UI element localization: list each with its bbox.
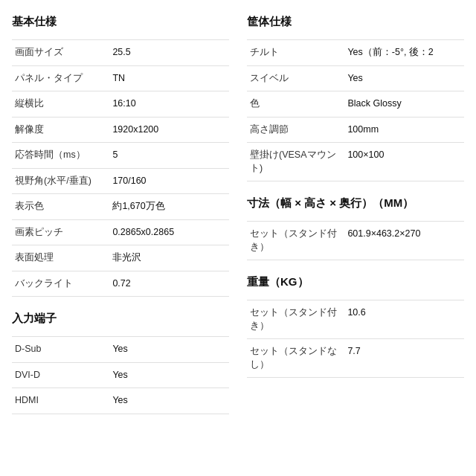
spec-label: 解像度 [12, 117, 109, 143]
spec-value: 0.2865x0.2865 [109, 219, 229, 245]
spec-section: 重量（KG）セット（スタンド付き）10.6セット（スタンドなし）7.7 [247, 275, 464, 378]
spec-value: 非光沢 [109, 245, 229, 271]
spec-label: パネル・タイプ [12, 65, 109, 91]
table-row: セット（スタンド付き）10.6 [247, 300, 464, 339]
spec-label: 壁掛け(VESAマウント) [247, 143, 344, 181]
spec-section: 入力端子D-SubYesDVI-DYesHDMIYes [12, 312, 229, 414]
spec-label: 高さ調節 [247, 117, 344, 143]
spec-label: スイベル [247, 65, 344, 91]
table-row: 画面サイズ25.5 [12, 40, 229, 66]
spec-value: TN [109, 65, 229, 91]
table-row: 縦横比16:10 [12, 91, 229, 118]
spec-label: 画素ピッチ [12, 219, 109, 245]
spec-value: 7.7 [344, 339, 464, 378]
spec-value: 約1,670万色 [109, 194, 229, 220]
table-row: 表示色約1,670万色 [12, 194, 229, 220]
right-column: 筐体仕様チルトYes（前：-5°, 後：2スイベルYes色Black Gloss… [238, 15, 464, 429]
spec-value: 0.72 [109, 271, 229, 297]
table-row: 色Black Glossy [247, 91, 464, 118]
spec-label: 表面処理 [12, 245, 109, 271]
section-title: 入力端子 [12, 312, 229, 329]
spec-value: 25.5 [109, 40, 229, 66]
spec-section: 基本仕様画面サイズ25.5パネル・タイプTN縦横比16:10解像度1920x12… [12, 15, 229, 297]
spec-label: 縦横比 [12, 91, 109, 118]
table-row: チルトYes（前：-5°, 後：2 [247, 40, 464, 66]
table-row: 応答時間（ms）5 [12, 143, 229, 169]
table-row: バックライト0.72 [12, 271, 229, 297]
table-row: 高さ調節100mm [247, 117, 464, 143]
spec-label: HDMI [12, 388, 109, 414]
page-container: 基本仕様画面サイズ25.5パネル・タイプTN縦横比16:10解像度1920x12… [0, 0, 476, 444]
spec-table: 画面サイズ25.5パネル・タイプTN縦横比16:10解像度1920x1200応答… [12, 39, 229, 297]
section-title: 寸法（幅 × 高さ × 奥行）（MM） [247, 196, 464, 213]
section-title: 基本仕様 [12, 15, 229, 32]
table-row: 表面処理非光沢 [12, 245, 229, 271]
spec-value: Yes [109, 362, 229, 388]
spec-label: 色 [247, 91, 344, 118]
table-row: DVI-DYes [12, 362, 229, 388]
section-title: 筐体仕様 [247, 15, 464, 32]
spec-value: 1920x1200 [109, 117, 229, 143]
spec-value: Yes（前：-5°, 後：2 [344, 40, 464, 66]
spec-label: セット（スタンドなし） [247, 339, 344, 378]
spec-value: 170/160 [109, 168, 229, 194]
spec-section: 筐体仕様チルトYes（前：-5°, 後：2スイベルYes色Black Gloss… [247, 15, 464, 181]
spec-label: 視野角(水平/垂直) [12, 168, 109, 194]
spec-value: 10.6 [344, 300, 464, 339]
table-row: 視野角(水平/垂直)170/160 [12, 168, 229, 194]
table-row: 壁掛け(VESAマウント)100×100 [247, 143, 464, 181]
spec-value: Yes [344, 65, 464, 91]
spec-label: 表示色 [12, 194, 109, 220]
spec-section: 寸法（幅 × 高さ × 奥行）（MM）セット（スタンド付き）601.9×463.… [247, 196, 464, 260]
spec-label: 応答時間（ms） [12, 143, 109, 169]
spec-value: 100×100 [344, 143, 464, 181]
spec-value: 16:10 [109, 91, 229, 118]
spec-table: セット（スタンド付き）601.9×463.2×270 [247, 221, 464, 260]
table-row: セット（スタンド付き）601.9×463.2×270 [247, 222, 464, 260]
spec-table: D-SubYesDVI-DYesHDMIYes [12, 336, 229, 414]
spec-label: 画面サイズ [12, 40, 109, 66]
spec-label: チルト [247, 40, 344, 66]
table-row: 解像度1920x1200 [12, 117, 229, 143]
spec-label: DVI-D [12, 362, 109, 388]
spec-label: D-Sub [12, 337, 109, 363]
table-row: D-SubYes [12, 337, 229, 363]
table-row: パネル・タイプTN [12, 65, 229, 91]
spec-value: 5 [109, 143, 229, 169]
left-column: 基本仕様画面サイズ25.5パネル・タイプTN縦横比16:10解像度1920x12… [12, 15, 238, 429]
spec-value: 100mm [344, 117, 464, 143]
spec-table: チルトYes（前：-5°, 後：2スイベルYes色Black Glossy高さ調… [247, 39, 464, 181]
table-row: HDMIYes [12, 388, 229, 414]
spec-value: Yes [109, 388, 229, 414]
table-row: スイベルYes [247, 65, 464, 91]
table-row: セット（スタンドなし）7.7 [247, 339, 464, 378]
spec-value: Yes [109, 337, 229, 363]
spec-table: セット（スタンド付き）10.6セット（スタンドなし）7.7 [247, 300, 464, 378]
spec-value: 601.9×463.2×270 [344, 222, 464, 260]
section-title: 重量（KG） [247, 275, 464, 292]
spec-label: セット（スタンド付き） [247, 300, 344, 339]
spec-value: Black Glossy [344, 91, 464, 118]
spec-label: セット（スタンド付き） [247, 222, 344, 260]
spec-label: バックライト [12, 271, 109, 297]
table-row: 画素ピッチ0.2865x0.2865 [12, 219, 229, 245]
